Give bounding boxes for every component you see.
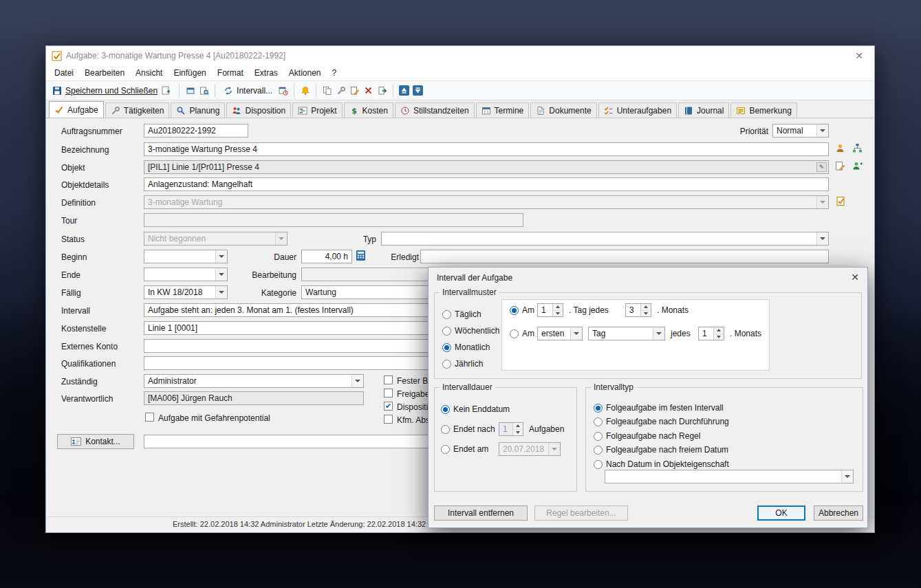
jaehrlich-label[interactable]: Jährlich — [455, 359, 483, 369]
am-tag-radio[interactable] — [510, 306, 519, 315]
menu-bearbeiten[interactable]: Bearbeiten — [79, 67, 130, 79]
definition-doc-icon[interactable] — [836, 196, 846, 206]
intervall-button[interactable]: Intervall... — [221, 84, 274, 97]
nach-freiem-datum-radio[interactable] — [594, 446, 603, 455]
tab-dokumente[interactable]: Dokumente — [530, 102, 596, 118]
zustaendig-combobox[interactable]: Administrator — [144, 374, 364, 388]
objektdetails-field[interactable]: Anlagenzustand: Mangelhaft — [144, 177, 829, 191]
jaehrlich-radio[interactable] — [442, 360, 451, 369]
monatlich-radio[interactable] — [442, 343, 451, 352]
export-icon[interactable] — [377, 85, 387, 96]
kfm-abschluss-checkbox[interactable] — [384, 415, 393, 424]
nach-durchfuehrung-radio[interactable] — [594, 417, 603, 426]
person-add-icon[interactable] — [852, 161, 863, 171]
spinner-arrows-icon[interactable] — [552, 304, 563, 316]
kontakt-button[interactable]: Kontakt... — [57, 434, 134, 449]
menu-aktionen[interactable]: Aktionen — [283, 67, 327, 79]
objekteigenschaft-label[interactable]: Nach Datum in Objekteigenschaft — [606, 459, 729, 469]
tab-disposition[interactable]: Disposition — [226, 102, 291, 118]
ordinal-month-spinner[interactable]: 1 — [698, 327, 724, 340]
woechentlich-label[interactable]: Wöchentlich — [455, 326, 499, 336]
woechentlich-radio[interactable] — [442, 327, 451, 336]
endet-am-radio[interactable] — [441, 445, 450, 454]
next-record-icon[interactable] — [413, 85, 423, 96]
kein-enddatum-radio[interactable] — [441, 405, 450, 414]
tab-journal[interactable]: Journal — [678, 102, 729, 118]
menu-format[interactable]: Format — [212, 67, 249, 79]
am-ordinal-radio[interactable] — [510, 329, 519, 338]
chevron-down-icon[interactable] — [816, 124, 828, 137]
edit-object-icon[interactable] — [835, 161, 845, 171]
objekt-field[interactable]: [PIL1] Linie 1/[Pr011] Presse 4 ✎ — [144, 160, 829, 174]
save-and-new-icon[interactable] — [161, 85, 171, 96]
menu-datei[interactable]: Datei — [49, 67, 79, 79]
menu-hilfe[interactable]: ? — [327, 67, 343, 79]
month-interval-spinner[interactable]: 3 — [625, 303, 651, 317]
dialog-close-icon[interactable]: ✕ — [851, 272, 859, 283]
save-close-button[interactable]: Speichern und Schließen — [50, 84, 173, 97]
tab-kosten[interactable]: $ Kosten — [344, 102, 393, 118]
copy-icon[interactable] — [322, 85, 332, 96]
hierarchy-icon[interactable] — [852, 143, 863, 153]
edit-form-icon[interactable] — [349, 85, 360, 96]
fester-beginn-checkbox[interactable] — [384, 375, 393, 384]
reminder-bell-icon[interactable] — [300, 85, 310, 96]
delete-icon[interactable] — [363, 85, 373, 96]
dauer-field[interactable]: 4,00 h — [301, 250, 352, 263]
menu-ansicht[interactable]: Ansicht — [130, 67, 168, 79]
taeglich-radio[interactable] — [442, 310, 451, 319]
festes-intervall-radio[interactable] — [594, 404, 603, 413]
close-icon[interactable]: ✕ — [849, 49, 869, 63]
auftragsnummer-field[interactable]: Au20180222-1992 — [144, 124, 248, 138]
monatlich-label[interactable]: Monatlich — [455, 342, 490, 352]
spinner-arrows-icon[interactable] — [640, 304, 651, 316]
tab-termine[interactable]: Termine — [476, 102, 530, 118]
object-edit-button[interactable]: ✎ — [816, 162, 827, 172]
tab-planung[interactable]: Planung — [171, 102, 225, 118]
freigabe-checkbox[interactable] — [384, 389, 393, 398]
calendar-clock-icon[interactable] — [278, 85, 288, 96]
typ-combobox[interactable] — [381, 232, 829, 246]
faellig-combobox[interactable]: In KW 18/2018 — [144, 285, 228, 299]
tab-unteraufgaben[interactable]: Unteraufgaben — [598, 102, 677, 118]
nach-freiem-datum-label[interactable]: Folgeaufgabe nach freiem Datum — [606, 445, 728, 455]
chevron-down-icon[interactable] — [215, 286, 227, 298]
endet-nach-radio[interactable] — [441, 425, 450, 434]
festes-intervall-label[interactable]: Folgeaufgabe im festen Intervall — [606, 403, 724, 413]
tab-bemerkung[interactable]: Bemerkung — [730, 102, 797, 118]
tab-aufgabe[interactable]: Aufgabe — [49, 101, 104, 118]
print-preview-icon[interactable] — [199, 85, 209, 96]
previous-record-icon[interactable] — [399, 85, 409, 96]
gefahrenpotential-checkbox[interactable] — [145, 413, 154, 422]
intervall-entfernen-button[interactable]: Intervall entfernen — [434, 505, 528, 521]
ende-datepicker[interactable] — [144, 268, 228, 281]
nach-durchfuehrung-label[interactable]: Folgeaufgabe nach Durchführung — [606, 417, 729, 426]
ordinal-combobox[interactable]: ersten — [537, 327, 583, 340]
print-icon[interactable] — [185, 85, 195, 96]
objekteigenschaft-radio[interactable] — [594, 460, 603, 469]
erledigt-field[interactable] — [420, 250, 829, 263]
nach-regel-radio[interactable] — [594, 432, 603, 441]
objekteigenschaft-combobox[interactable] — [605, 470, 854, 483]
tab-taetigkeiten[interactable]: Tätigkeiten — [105, 102, 170, 118]
menu-extras[interactable]: Extras — [249, 67, 283, 79]
bezeichnung-field[interactable]: 3-monatige Wartung Presse 4 — [144, 142, 829, 156]
responsible-person-icon[interactable] — [835, 143, 845, 153]
endet-am-label[interactable]: Endet am — [453, 444, 488, 454]
tab-stillstandzeiten[interactable]: Stillstandzeiten — [395, 102, 475, 118]
chevron-down-icon[interactable] — [816, 232, 828, 245]
spinner-arrows-icon[interactable] — [713, 327, 724, 340]
tab-projekt[interactable]: Projekt — [292, 102, 342, 118]
endet-nach-label[interactable]: Endet nach — [453, 424, 495, 434]
window-titlebar[interactable]: Aufgabe: 3-monatige Wartung Presse 4 [Au… — [46, 46, 874, 65]
chevron-down-icon[interactable] — [351, 375, 363, 387]
chevron-down-icon[interactable] — [215, 250, 227, 263]
abbrechen-button[interactable]: Abbrechen — [814, 505, 863, 521]
ok-button[interactable]: OK — [757, 505, 805, 521]
chevron-down-icon[interactable] — [215, 268, 227, 281]
tools-wrench-icon[interactable] — [336, 85, 346, 96]
taeglich-label[interactable]: Täglich — [455, 309, 481, 319]
day-spinner[interactable]: 1 — [537, 303, 563, 317]
kein-enddatum-label[interactable]: Kein Enddatum — [453, 404, 510, 414]
beginn-datepicker[interactable] — [144, 250, 228, 263]
